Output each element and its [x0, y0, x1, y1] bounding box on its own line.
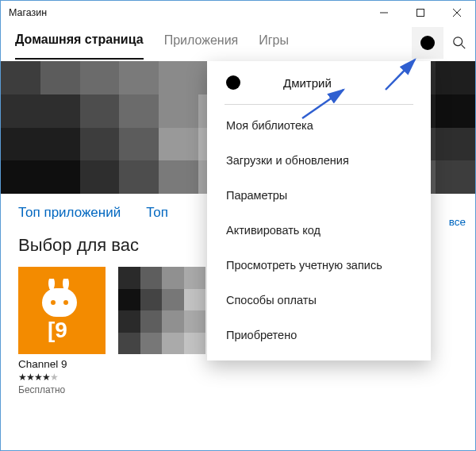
app-tile-2[interactable] [118, 267, 205, 354]
app-name: Channel 9 [18, 358, 106, 370]
app-tile-channel9[interactable]: [9 Channel 9 ★★★★★ Бесплатно [18, 267, 106, 395]
close-icon [453, 9, 461, 17]
dropdown-username: Дмитрий [283, 76, 332, 90]
user-avatar-icon [226, 75, 240, 90]
menu-item-redeem[interactable]: Активировать код [207, 213, 431, 248]
svg-rect-1 [417, 10, 424, 17]
window-controls [366, 1, 475, 25]
search-button[interactable] [443, 27, 475, 59]
user-menu-button[interactable] [412, 27, 443, 59]
tab-apps[interactable]: Приложения [164, 27, 239, 59]
user-avatar-icon [420, 36, 435, 50]
app-logo-icon: [9 [34, 279, 90, 342]
menu-item-account[interactable]: Просмотреть учетную запись [207, 248, 431, 283]
dropdown-user-row[interactable]: Дмитрий [207, 71, 431, 104]
menu-item-payment[interactable]: Способы оплаты [207, 283, 431, 318]
nav-bar: Домашняя страница Приложения Игры [1, 25, 475, 61]
svg-point-9 [51, 300, 56, 305]
divider [225, 104, 413, 105]
menu-item-downloads[interactable]: Загрузки и обновления [207, 143, 431, 178]
svg-line-5 [462, 45, 466, 49]
user-dropdown: Дмитрий Моя библиотека Загрузки и обновл… [207, 61, 431, 360]
menu-item-library[interactable]: Моя библиотека [207, 108, 431, 143]
close-button[interactable] [439, 1, 475, 25]
link-top-truncated[interactable]: Топ [146, 205, 168, 221]
store-window: Магазин Домашняя страница Приложения Игр… [0, 0, 476, 451]
app-thumb [118, 267, 205, 354]
tab-games[interactable]: Игры [259, 27, 289, 59]
menu-item-settings[interactable]: Параметры [207, 178, 431, 213]
titlebar: Магазин [1, 1, 475, 25]
app-rating: ★★★★★ [18, 372, 106, 383]
svg-rect-8 [42, 288, 77, 317]
minimize-button[interactable] [366, 1, 402, 25]
see-all-link[interactable]: все [449, 216, 466, 228]
app-price: Бесплатно [18, 384, 106, 395]
maximize-icon [416, 9, 424, 17]
app-thumb: [9 [18, 267, 106, 354]
svg-point-4 [454, 37, 463, 46]
maximize-button[interactable] [402, 1, 439, 25]
svg-text:[9: [9 [48, 318, 67, 342]
window-title: Магазин [9, 7, 47, 18]
search-icon [452, 36, 466, 50]
svg-point-10 [63, 300, 68, 305]
minimize-icon [380, 9, 388, 17]
link-top-apps[interactable]: Топ приложений [18, 205, 121, 221]
menu-item-purchased[interactable]: Приобретено [207, 318, 431, 353]
tab-home[interactable]: Домашняя страница [15, 26, 144, 60]
